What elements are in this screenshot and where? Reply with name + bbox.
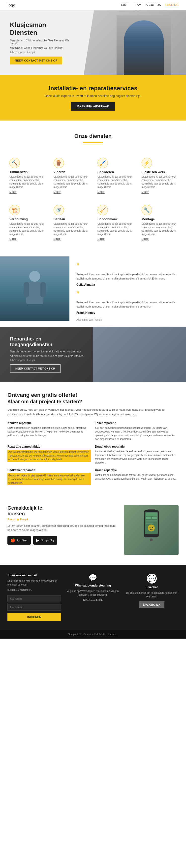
service-title-0: Timmerwerk: [9, 170, 44, 174]
repair-banner-section: Reparatie- en toegangsdiensten Sample la…: [0, 327, 186, 382]
apple-icon: 🍎: [10, 538, 16, 542]
logo: logo: [7, 3, 16, 7]
service-title-1: Vloeren: [54, 170, 89, 174]
svg-rect-7: [148, 509, 155, 510]
service-card-4: 🏗️ Verbouwing Uitzondering is dat de ene…: [7, 202, 46, 244]
worker-svg: [22, 266, 47, 311]
service-icon-1: 🪵: [54, 158, 64, 168]
booking-phone-image: [124, 505, 179, 555]
nav-team[interactable]: TEAM: [133, 3, 141, 7]
quote-service-text-2: Als uw aanrechtblad in uw huis tekenen v…: [7, 450, 91, 462]
hero-text2: any type of work. Find what you are look…: [10, 46, 74, 49]
free-quote-section: Ontvang een gratis offerte! Klaar om dat…: [0, 382, 186, 495]
quote-service-text-1: Stel een aanwezige oplossing niet langer…: [95, 426, 179, 441]
service-meer-1[interactable]: MEER: [54, 191, 61, 194]
booking-left: Gemakkelijk te boeken Freepik ⭐ Freepik …: [7, 505, 118, 545]
svg-point-14: [150, 527, 151, 528]
nav-links: HOME TEAM ABOUT US LANDING: [120, 3, 179, 7]
google-play-label: Google Play: [41, 539, 54, 541]
service-meer-5[interactable]: MEER: [54, 238, 61, 241]
footer-whatsapp-col: 💬 Whatsapp-ondersteuning Volg ons op Wha…: [66, 574, 120, 621]
svg-rect-9: [146, 517, 151, 519]
service-title-6: Schoonmaak: [97, 217, 133, 221]
hero-content: Klusjesman Diensten Sample text. Click t…: [0, 11, 84, 74]
testimonial-content: " Proin sed libero sem sed faucibus turp…: [69, 256, 186, 327]
quote-service-text-4: Gebarsten tegels in gegroepeerd? Neem va…: [7, 473, 91, 485]
service-text-2: Uitzondering is dat de ene keer een cupi…: [97, 175, 133, 189]
quote-service-item-1: Toilet reparatie Stel een aanwezige oplo…: [95, 421, 179, 441]
footer-bottom: Sample text. Click to select the Text El…: [0, 630, 186, 639]
nav-about[interactable]: ABOUT US: [146, 3, 161, 7]
quote-service-text-0: Onze deskundige en capabele klusjestie b…: [7, 426, 91, 437]
yellow-banner-text: Onze lokale experts in uw buurt kunnen d…: [7, 94, 179, 98]
quote-service-item-3: Douchebag reparatie Als uw douchebag lek…: [95, 445, 179, 465]
footer-email-title: Stuur ons een e-mail: [7, 574, 61, 577]
quote-mark-2: ": [76, 290, 179, 299]
service-meer-6[interactable]: MEER: [97, 238, 105, 241]
service-card-7: 🔧 Montage Uitzondering is dat de ene kee…: [140, 202, 179, 244]
footer-name-input[interactable]: [7, 595, 61, 602]
whatsapp-icon: 💬: [66, 574, 120, 582]
testimonial-img-label: Afbeelding van Freepik: [76, 318, 179, 321]
repair-text2: adipiscing eli amet nunc facilisi nunc s…: [10, 354, 84, 358]
service-icon-6: 🧹: [97, 205, 108, 215]
repair-cta-button[interactable]: NEEM CONTACT MET ONS OP: [10, 364, 61, 373]
service-title-5: Sanitair: [54, 217, 89, 221]
livechat-button[interactable]: LIVE GRAFIEK: [139, 601, 164, 608]
service-text-1: Uitzondering is dat de ene keer een cupi…: [54, 175, 89, 189]
hero-text1: Sample text. Click to select the Text El…: [10, 39, 74, 45]
app-store-label: App Store: [17, 539, 28, 541]
hero-img-label: Afbeelding van Freepik: [10, 51, 74, 54]
chat-icon: 💬: [147, 574, 157, 584]
svg-point-13: [148, 525, 155, 531]
footer-submit-button[interactable]: INDIENEN: [7, 613, 61, 621]
nav-landing[interactable]: LANDING: [165, 3, 179, 7]
google-play-icon: ▶: [36, 538, 39, 542]
quote-service-item-2: Reparatie aanrechtblad Als uw aanrechtbl…: [7, 445, 91, 465]
service-meer-7[interactable]: MEER: [142, 238, 149, 241]
service-meer-2[interactable]: MEER: [97, 191, 105, 194]
google-play-button[interactable]: ▶ Google Play: [33, 536, 57, 545]
svg-rect-10: [152, 517, 157, 519]
navigation: logo HOME TEAM ABOUT US LANDING: [0, 0, 186, 10]
service-title-4: Verbouwing: [9, 217, 44, 221]
testimonial-name-1: Celia Almada: [76, 283, 179, 286]
worker-figure: [124, 20, 164, 75]
service-meer-0[interactable]: MEER: [9, 191, 17, 194]
app-store-button[interactable]: 🍎 App Store: [7, 536, 31, 545]
easy-booking-section: Gemakkelijk te boeken Freepik ⭐ Freepik …: [0, 495, 186, 565]
service-icon-2: 🖌️: [97, 158, 108, 168]
svg-point-15: [152, 527, 153, 528]
service-card-2: 🖌️ Schilderen Uitzondering is dat de ene…: [95, 155, 135, 197]
service-meer-4[interactable]: MEER: [9, 238, 17, 241]
hero-cta-button[interactable]: NEEM CONTACT MET ONS OP: [10, 57, 62, 64]
quote-service-title-1: Toilet reparatie: [95, 421, 179, 425]
booking-text: Lorem ipsum dolor sit amet, consectetur …: [7, 524, 118, 532]
testimonial-text-1: Proin sed libero sem sed faucibus turpis…: [76, 272, 179, 280]
footer-email-input[interactable]: [7, 603, 61, 611]
free-quote-title: Ontvang een gratis offerte! Klaar om dat…: [7, 392, 179, 405]
service-meer-3[interactable]: MEER: [142, 191, 149, 194]
service-icon-7: 🔧: [142, 205, 152, 215]
service-card-1: 🪵 Vloeren Uitzondering is dat de ene kee…: [52, 155, 91, 197]
nav-home[interactable]: HOME: [120, 3, 128, 7]
testimonial-text-2: Proin sed libero sem sed faucibus turpis…: [76, 300, 179, 309]
footer-email-col: Stuur ons een e-mail Stuur ons een e-mai…: [7, 574, 61, 621]
service-text-0: Uitzondering is dat de ene keer een cupi…: [9, 175, 44, 189]
quote-service-title-4: Badkamer reparatie: [7, 468, 91, 472]
quote-service-item-5: Kraan reparatie Wist u dat een lekkende …: [95, 468, 179, 485]
quote-service-item-4: Badkamer reparatie Gebarsten tegels in g…: [7, 468, 91, 485]
service-card-3: ⚡ Elektrisch werk Uitzondering is dat de…: [140, 155, 179, 197]
footer-contact-grid: Stuur ons een e-mail Stuur ons een e-mai…: [7, 574, 179, 621]
service-icon-5: 🚿: [54, 205, 64, 215]
footer-livechat-title: Livechat: [125, 586, 179, 589]
repair-background: [93, 327, 186, 382]
hero-worker-image: [117, 16, 171, 75]
brush-decoration: [83, 142, 103, 143]
service-icon-4: 🏗️: [9, 205, 20, 215]
footer-livechat-col: 💬 Livechat De snelste manier om in conta…: [125, 574, 179, 621]
svg-rect-2: [24, 282, 29, 297]
service-card-6: 🧹 Schoonmaak Uitzondering is dat de ene …: [95, 202, 135, 244]
testimonial-worker-image: [0, 256, 69, 321]
yellow-banner-cta-button[interactable]: MAAK EEN AFSPRAAK: [71, 102, 115, 111]
